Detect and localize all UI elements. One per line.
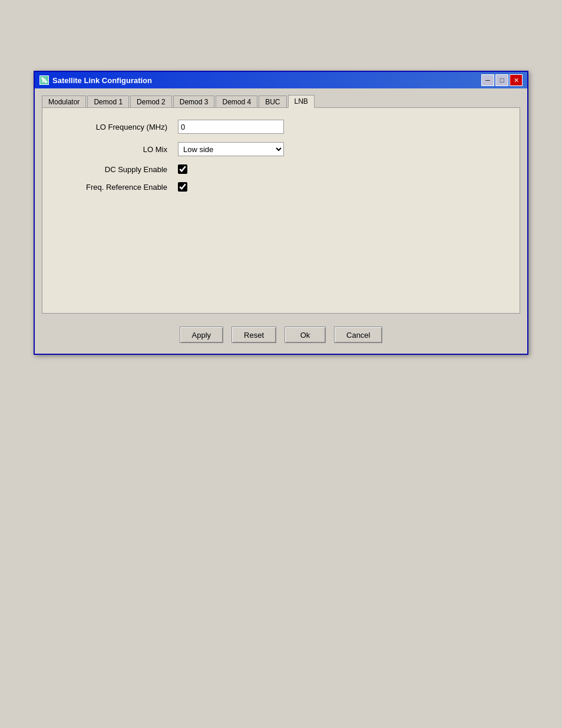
cancel-button[interactable]: Cancel: [334, 327, 382, 343]
title-bar: 🛰 Satellite Link Configuration ─ □ ✕: [35, 72, 527, 88]
tab-modulator[interactable]: Modulator: [42, 95, 86, 108]
lo-mix-label: LO Mix: [54, 145, 172, 154]
tab-demod3[interactable]: Demod 3: [173, 95, 215, 108]
content-area: LO Frequency (MHz) LO Mix Low side High …: [42, 107, 520, 314]
freq-ref-checkbox[interactable]: [178, 182, 187, 192]
freq-ref-label: Freq. Reference Enable: [54, 183, 172, 192]
form-grid: LO Frequency (MHz) LO Mix Low side High …: [54, 120, 349, 192]
tab-lnb[interactable]: LNB: [288, 95, 315, 108]
tab-demod4[interactable]: Demod 4: [216, 95, 257, 108]
tab-bar: Modulator Demod 1 Demod 2 Demod 3 Demod …: [42, 94, 520, 107]
tab-demod2[interactable]: Demod 2: [130, 95, 172, 108]
minimize-button[interactable]: ─: [481, 74, 494, 86]
main-window: 🛰 Satellite Link Configuration ─ □ ✕ Mod…: [34, 71, 528, 355]
button-bar: Apply Reset Ok Cancel: [42, 323, 520, 345]
tab-demod1[interactable]: Demod 1: [87, 95, 129, 108]
dc-supply-label: DC Supply Enable: [54, 165, 172, 174]
lo-mix-select[interactable]: Low side High side: [178, 142, 284, 156]
window-title: Satellite Link Configuration: [52, 76, 152, 85]
apply-button[interactable]: Apply: [180, 327, 224, 343]
close-button[interactable]: ✕: [510, 74, 523, 86]
maximize-button[interactable]: □: [495, 74, 508, 86]
title-bar-left: 🛰 Satellite Link Configuration: [39, 75, 152, 85]
reset-button[interactable]: Reset: [232, 327, 276, 343]
dc-supply-checkbox[interactable]: [178, 164, 187, 174]
lo-frequency-label: LO Frequency (MHz): [54, 123, 172, 131]
title-bar-buttons: ─ □ ✕: [481, 74, 523, 86]
lo-frequency-input[interactable]: [178, 120, 284, 134]
ok-button[interactable]: Ok: [285, 327, 326, 343]
window-body: Modulator Demod 1 Demod 2 Demod 3 Demod …: [35, 88, 527, 354]
tab-buc[interactable]: BUC: [259, 95, 286, 108]
app-icon: 🛰: [39, 75, 49, 85]
